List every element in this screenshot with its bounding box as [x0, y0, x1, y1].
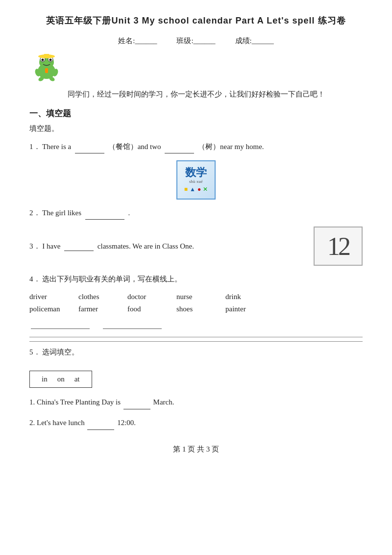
word-policeman: policeman	[29, 305, 64, 313]
q4-words-row2: policeman farmer food shoes painter	[29, 305, 363, 313]
number-12-image: 12	[314, 227, 363, 266]
q4-answer-line1[interactable]	[31, 321, 90, 329]
svg-rect-11	[44, 54, 49, 57]
q3-blank[interactable]	[64, 242, 94, 251]
question-5-label-row: 5． 选词填空。	[29, 346, 363, 359]
q5-number: 5．	[29, 348, 41, 356]
q5-sentence-2: 2. Let's have lunch 12:00.	[29, 415, 363, 430]
page-footer: 第 1 页 共 3 页	[29, 445, 363, 454]
page-title: 英语五年级下册Unit 3 My school calendar Part A …	[29, 15, 363, 26]
box-word-at: at	[74, 375, 80, 383]
word-food: food	[127, 305, 162, 313]
q5-s1-text-after: March.	[153, 398, 174, 406]
svg-point-5	[49, 59, 52, 61]
score-label: 成绩:______	[235, 36, 274, 46]
q1-hint1: （餐馆）and two	[108, 143, 161, 151]
math-book-image: 数学 shù xué ■ ▲ ● ✕	[176, 160, 216, 200]
word-box: in on at	[29, 364, 363, 395]
intro-text: 同学们，经过一段时间的学习，你一定长进不少，让我们好好检验一下自己吧！	[29, 90, 363, 99]
box-word-in: in	[42, 375, 48, 383]
word-shoes: shoes	[176, 305, 211, 313]
question-4: 4． 选出下列与职业有关的单词，写在横线上。	[29, 273, 363, 286]
question-2: 2． The girl likes .	[29, 206, 363, 220]
word-painter: painter	[225, 305, 260, 313]
section1-title: 一、填空题	[29, 108, 363, 119]
box-word-on: on	[57, 375, 65, 383]
q3-number: 3．	[29, 242, 41, 250]
q2-blank[interactable]	[85, 211, 124, 220]
divider1	[29, 337, 363, 337]
question-1: 1． There is a （餐馆）and two （树）near my hom…	[29, 140, 363, 153]
q5-s1-text-before: China's Tree Planting Day is	[37, 398, 121, 406]
name-label: 姓名:______	[118, 36, 157, 46]
q5-label: 选词填空。	[42, 348, 79, 356]
word-clothes: clothes	[78, 293, 113, 301]
q2-text: The girl likes	[42, 209, 81, 217]
mascot-row	[29, 50, 363, 85]
q1-text-before: There is a	[42, 143, 71, 151]
word-drink: drink	[225, 293, 260, 301]
q5-s2-blank[interactable]	[87, 421, 114, 430]
q1-blank2[interactable]	[165, 145, 194, 153]
q1-number: 1．	[29, 143, 41, 151]
q1-hint2: （树）near my home.	[198, 143, 264, 151]
word-doctor: doctor	[127, 293, 162, 301]
q2-number: 2．	[29, 209, 41, 217]
q5-s1-blank[interactable]	[123, 401, 150, 409]
q5-s2-text-after: 12:00.	[117, 419, 136, 427]
word-driver: driver	[29, 293, 64, 301]
mascot-image	[29, 50, 64, 85]
q3-text: 3． I have classmates. We are in Class On…	[29, 242, 304, 251]
word-farmer: farmer	[78, 305, 113, 313]
q5-s1-id: 1.	[29, 398, 35, 406]
q2-period: .	[128, 209, 130, 217]
student-info: 姓名:______ 班级:______ 成绩:______	[29, 36, 363, 46]
word-box-items: in on at	[42, 375, 80, 383]
q4-answer-area	[29, 320, 363, 329]
word-box-container: in on at	[29, 371, 92, 388]
q4-words-row1: driver clothes doctor nurse drink	[29, 293, 363, 301]
q3-text-before: I have	[42, 242, 60, 250]
q5-s2-text-before: Let's have lunch	[37, 419, 85, 427]
math-book-image-container: 数学 shù xué ■ ▲ ● ✕	[29, 160, 363, 200]
q5-s2-id: 2.	[29, 419, 35, 427]
section1-label: 填空题。	[29, 124, 363, 133]
word-nurse: nurse	[176, 293, 211, 301]
class-label: 班级:______	[176, 36, 215, 46]
q5-sentence-1: 1. China's Tree Planting Day is March.	[29, 395, 363, 409]
q4-answer-line2[interactable]	[103, 321, 162, 329]
q3-text-after: classmates. We are in Class One.	[98, 242, 194, 250]
q4-text: 选出下列与职业有关的单词，写在横线上。	[42, 275, 182, 283]
svg-rect-12	[45, 68, 48, 73]
svg-point-4	[42, 59, 44, 61]
q4-number: 4．	[29, 275, 41, 283]
question-3-row: 3． I have classmates. We are in Class On…	[29, 227, 363, 266]
divider2	[29, 341, 363, 342]
q1-blank1[interactable]	[75, 145, 104, 153]
